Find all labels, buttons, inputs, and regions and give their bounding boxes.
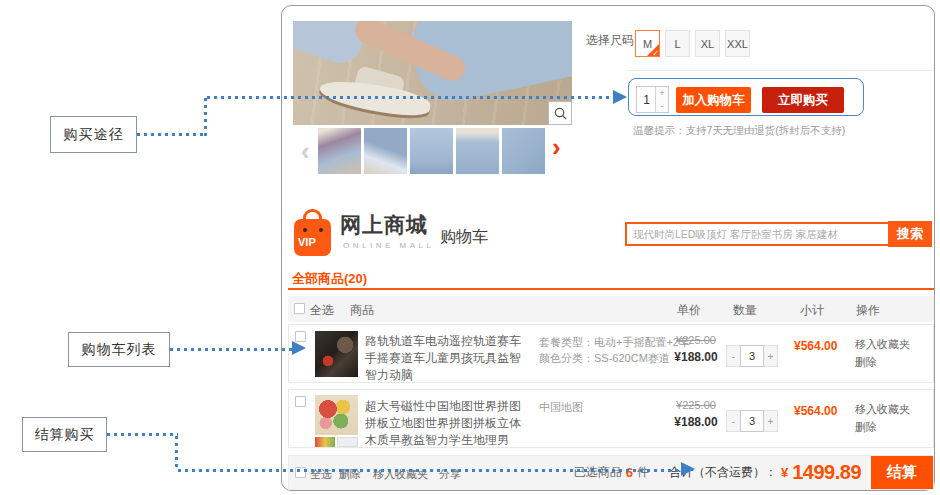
header-quantity: 数量 [733,302,757,319]
row-actions: 移入收藏夹 删除 [855,400,910,436]
quantity-value[interactable]: 3 [740,410,764,432]
selected-count: 6 [626,465,633,480]
plus-button[interactable]: + [763,345,778,367]
cart-row-1: 路轨轨道车电动遥控轨道赛车手摇赛道车儿童男孩玩具益智智力动脑 套餐类型：电动+手… [288,324,934,383]
mall-subtitle: ONLINE MALL [343,241,434,250]
size-option-label: XL [701,38,714,50]
move-to-favorites-link[interactable]: 移入收藏夹 [855,335,910,353]
annotation-line [170,348,293,351]
annotation-line [204,98,207,136]
row-product-image-extra [337,437,358,447]
select-all-checkbox[interactable] [294,303,305,314]
mall-logo-bag-icon: VIP [294,209,332,256]
annotation-line [178,469,683,472]
tab-all-items[interactable]: 全部商品(20) [292,270,367,288]
buy-controls-highlight [628,78,864,116]
product-main-image[interactable] [293,21,572,125]
row-product-spec: 中国地图 [539,399,583,415]
footer-summary: 已选商品 6 件 合计（不含运费）： ¥ 1499.89 [574,456,861,489]
tab-underline [288,288,934,290]
row-price: ¥188.00 [667,415,725,429]
row-product-title[interactable]: 路轨轨道车电动遥控轨道赛车手摇赛道车儿童男孩玩具益智智力动脑 [365,333,529,384]
annotation-arrow-icon [613,90,627,104]
search-bar: 搜索 [625,221,932,247]
size-option-m[interactable]: M ✓ [635,30,660,57]
spec-line: 中国地图 [539,399,583,415]
annotation-line [207,96,614,99]
thumbnail-4[interactable] [456,128,499,174]
row-product-image[interactable] [315,331,358,377]
annotation-line [107,433,178,436]
gallery-prev-icon[interactable]: ‹ [301,138,310,164]
cart-row-2: 超大号磁性中国地图世界拼图拼板立地图世界拼图拼板立体木质早教益智力学生地理男 中… [288,389,934,448]
row-subtotal: ¥564.00 [794,404,837,418]
magnifier-icon[interactable] [548,101,572,125]
row-price: ¥188.00 [667,350,725,364]
cart-table-header: 全选 商品 单价 数量 小计 操作 [288,296,934,322]
minus-button[interactable]: - [726,345,741,367]
divider [627,70,933,71]
annotation-line [175,436,178,471]
delete-link[interactable]: 删除 [855,418,910,436]
plus-button[interactable]: + [763,410,778,432]
size-option-label: L [674,38,680,50]
thumbnail-5[interactable] [502,128,545,174]
annotation-line [137,133,205,136]
annotation-purchase-path: 购买途径 [50,116,137,153]
row-quantity-stepper: - 3 + [726,410,778,432]
row-actions: 移入收藏夹 删除 [855,335,910,371]
row-subtotal: ¥564.00 [794,339,837,353]
selected-unit: 件 [637,464,649,481]
vip-badge: VIP [298,236,316,248]
size-option-label: XXL [727,38,748,50]
header-select-all: 全选 [310,302,334,319]
bag-dot [303,228,307,232]
size-label: 选择尺码: [586,32,637,49]
row-original-price: ¥225.00 [667,334,725,346]
size-option-l[interactable]: L [665,30,690,57]
search-input[interactable] [625,222,890,246]
check-icon: ✓ [652,49,659,58]
return-policy-tip: 温馨提示：支持7天无理由退货(拆封后不支持) [633,124,845,138]
size-option-xxl[interactable]: XXL [725,30,750,57]
row-checkbox[interactable] [295,396,306,407]
thumbnail-strip [318,128,547,174]
header-unit-price: 单价 [677,302,701,319]
row-product-image[interactable] [315,395,358,435]
gallery-next-icon[interactable]: › [552,134,561,160]
header-actions: 操作 [856,302,880,319]
bag-dot [319,228,323,232]
currency-symbol: ¥ [781,465,788,480]
annotation-checkout-purchase: 结算购买 [22,417,107,452]
row-product-image-extra [315,437,335,447]
row-quantity-stepper: - 3 + [726,345,778,367]
annotation-cart-list: 购物车列表 [68,332,170,367]
quantity-value[interactable]: 3 [740,345,764,367]
annotation-arrow-icon [292,341,306,355]
search-button[interactable]: 搜索 [888,221,932,247]
total-value: 1499.89 [792,461,861,484]
cart-footer-bar: 全选 删除 移入收藏夹 分享 已选商品 6 件 合计（不含运费）： ¥ 1499… [288,455,934,490]
minus-button[interactable]: - [726,410,741,432]
annotation-arrow-icon [681,462,695,476]
size-option-xl[interactable]: XL [695,30,720,57]
move-to-favorites-link[interactable]: 移入收藏夹 [855,400,910,418]
mall-name: 网上商城 [340,211,428,239]
selected-label: 已选商品 [574,464,622,481]
checkout-button[interactable]: 结算 [871,456,933,489]
header-subtotal: 小计 [800,302,824,319]
thumbnail-1[interactable] [318,128,361,174]
thumbnail-3[interactable] [410,128,453,174]
page-title-cart: 购物车 [440,227,488,248]
row-original-price: ¥225.00 [667,399,725,411]
header-product: 商品 [350,302,374,319]
thumbnail-2[interactable] [364,128,407,174]
row-product-title[interactable]: 超大号磁性中国地图世界拼图拼板立地图世界拼图拼板立体木质早教益智力学生地理男 [365,398,529,449]
delete-link[interactable]: 删除 [855,353,910,371]
